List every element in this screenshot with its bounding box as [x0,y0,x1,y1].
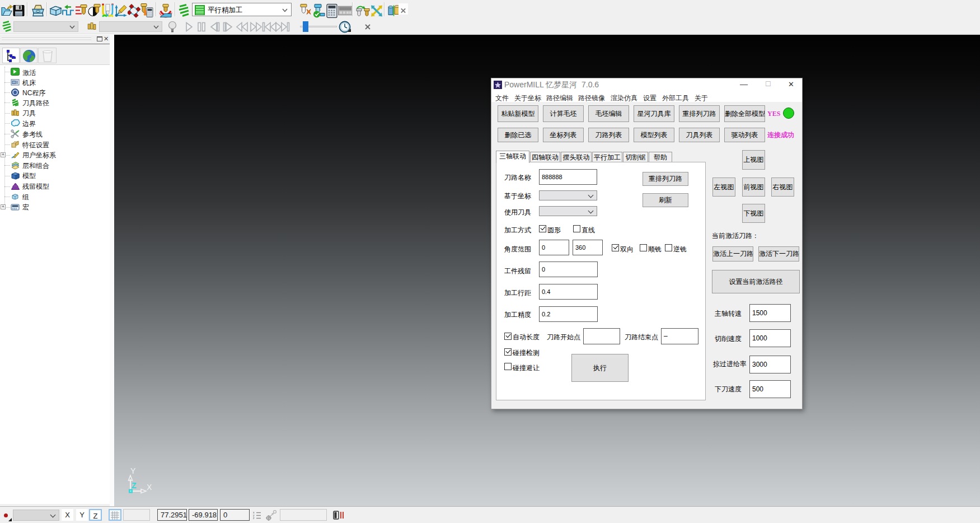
svg-text:X: X [147,483,152,492]
svg-text:Z: Z [132,481,137,490]
svg-text:z: z [253,516,255,520]
svg-text:Y: Y [130,466,136,475]
